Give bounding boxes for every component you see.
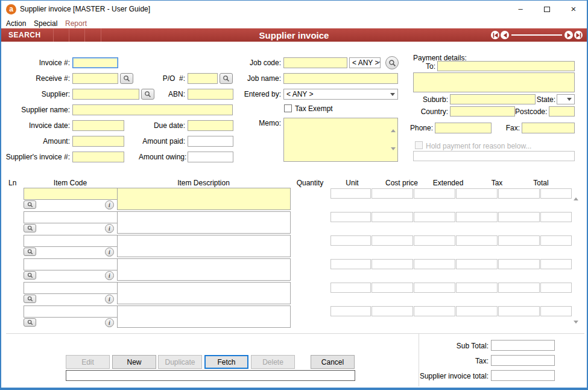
amount-input[interactable] [72,136,124,147]
total-input[interactable] [540,235,572,246]
record-slider[interactable] [511,34,562,36]
supplier-name-input[interactable] [72,104,233,115]
unit-input[interactable] [371,212,413,222]
extended-input[interactable] [456,235,498,246]
item-search-button[interactable] [24,295,36,303]
total-input[interactable] [540,283,572,293]
abn-input[interactable] [188,89,233,100]
supplier-input[interactable] [72,89,139,100]
quantity-input[interactable] [330,188,371,199]
extended-input[interactable] [456,306,498,316]
table-scroll-down[interactable] [574,324,578,333]
tax-input[interactable] [498,306,540,316]
tax-total-input[interactable] [491,355,555,366]
item-code-input[interactable] [24,282,118,294]
unit-input[interactable] [371,306,413,316]
job-name-input[interactable] [283,73,398,84]
item-search-button[interactable] [24,248,36,256]
job-code-filter-dropdown[interactable]: < ANY > [349,57,381,68]
item-info-button[interactable] [105,295,114,304]
item-search-button[interactable] [24,318,36,327]
amount-paid-input[interactable] [188,136,233,147]
tax-input[interactable] [498,259,540,269]
invoice-date-input[interactable] [72,120,124,131]
item-search-button[interactable] [24,271,36,280]
item-code-input[interactable] [24,305,118,318]
cost-price-input[interactable] [414,235,455,246]
edit-button[interactable]: Edit [66,355,110,369]
extended-input[interactable] [456,259,498,269]
suppliers-invoice-number-input[interactable] [72,152,124,162]
fetch-button[interactable]: Fetch [204,355,248,369]
total-input[interactable] [540,259,572,269]
table-scroll-up[interactable] [574,188,578,197]
hold-payment-checkbox[interactable] [415,141,423,149]
menu-special[interactable]: Special [30,18,61,29]
phone-input[interactable] [435,123,492,133]
quantity-input[interactable] [330,306,371,316]
quantity-input[interactable] [330,259,371,269]
job-search-button[interactable] [385,56,399,69]
payment-to-input[interactable] [437,61,575,71]
cost-price-input[interactable] [414,212,455,222]
maximize-button[interactable] [534,1,560,18]
total-input[interactable] [540,212,572,222]
total-input[interactable] [540,306,572,316]
item-description-input[interactable] [117,235,291,257]
quantity-input[interactable] [330,212,371,222]
country-input[interactable] [450,106,515,117]
amount-owing-input[interactable] [188,152,233,162]
po-search-button[interactable] [220,73,233,84]
po-number-input[interactable] [188,73,218,84]
supplier-invoice-total-input[interactable] [491,370,555,381]
item-description-input[interactable] [117,211,291,234]
suburb-input[interactable] [450,94,536,104]
delete-button[interactable]: Delete [251,355,295,369]
cost-price-input[interactable] [414,306,455,316]
tax-input[interactable] [498,283,540,293]
item-info-button[interactable] [105,224,114,233]
invoice-number-input[interactable] [72,57,118,68]
new-button[interactable]: New [112,355,156,369]
menu-action[interactable]: Action [2,18,30,29]
unit-input[interactable] [371,188,413,199]
payment-address-input[interactable] [413,72,575,92]
cancel-button[interactable]: Cancel [311,355,355,369]
quantity-input[interactable] [330,283,371,293]
tax-exempt-checkbox[interactable] [284,104,292,112]
tax-input[interactable] [498,212,540,222]
extended-input[interactable] [456,283,498,293]
receive-search-button[interactable] [120,73,133,84]
minimize-button[interactable]: – [507,1,534,18]
extended-input[interactable] [456,188,498,199]
unit-input[interactable] [371,235,413,246]
tax-input[interactable] [498,235,540,246]
item-description-input[interactable] [117,282,291,304]
receive-number-input[interactable] [72,73,118,84]
item-search-button[interactable] [24,200,36,209]
item-description-input[interactable] [117,258,291,281]
unit-input[interactable] [371,259,413,269]
due-date-input[interactable] [188,120,233,131]
cost-price-input[interactable] [414,259,455,269]
hold-reason-input[interactable] [413,151,575,161]
item-code-input[interactable] [24,258,118,270]
fax-input[interactable] [522,123,575,133]
postcode-input[interactable] [549,106,575,117]
item-info-button[interactable] [105,200,114,209]
nav-last-button[interactable] [574,31,583,39]
memo-scroll-up[interactable] [391,120,396,129]
item-description-input[interactable] [117,305,291,328]
menu-report[interactable]: Report [62,18,90,29]
nav-prev-button[interactable] [501,31,509,39]
cost-price-input[interactable] [414,283,455,293]
nav-first-button[interactable] [491,31,499,39]
tax-input[interactable] [498,188,540,199]
duplicate-button[interactable]: Duplicate [158,355,202,369]
item-info-button[interactable] [105,248,114,257]
state-dropdown[interactable] [557,94,575,104]
item-info-button[interactable] [105,318,114,327]
close-button[interactable]: × [560,1,587,18]
cost-price-input[interactable] [414,188,455,199]
sub-total-input[interactable] [491,340,555,351]
